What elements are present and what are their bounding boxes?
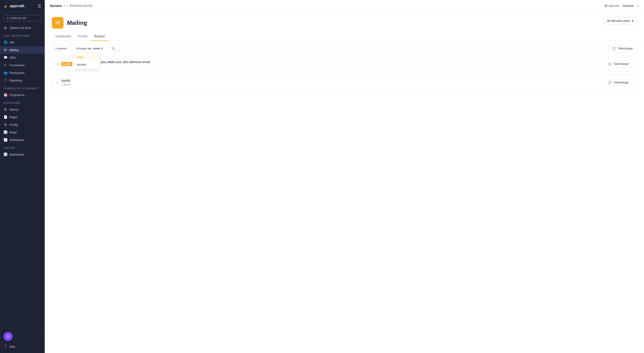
sidebar-item-site[interactable]: 🌐 Site	[0, 39, 45, 46]
access-site-button[interactable]: ⊙ Accès au site	[4, 15, 41, 21]
search-button[interactable]: 🔍	[109, 44, 117, 52]
group-by-label: Grouper par	[76, 47, 92, 50]
error-row-1-title: typofix	[61, 79, 601, 82]
globe-icon: 🌐	[4, 41, 7, 44]
sidebar-item-mailing[interactable]: ✉ Mailing	[0, 46, 45, 54]
logo-text: appcraft.	[10, 4, 25, 8]
error-row-1-download-label: Télécharger	[613, 81, 629, 84]
user-chevron-icon: ▾	[637, 4, 639, 8]
error-row-0-info: Ce domaine n'est pas valide pour des adr…	[76, 60, 601, 68]
sidebar-item-tableau-de-bord[interactable]: ⊞ Tableau De Bord	[0, 24, 45, 32]
error-row-1-expand-icon[interactable]: ›	[56, 81, 58, 85]
section-label-webapp: WEB APP	[0, 144, 45, 151]
sidebar-item-sms[interactable]: 💬 SMS	[0, 54, 45, 61]
pages-icon: 📄	[4, 115, 7, 119]
error-row-0-title: Ce domaine n'est pas valide pour des adr…	[76, 60, 601, 64]
date-filter-label: 30 derniers jours	[607, 19, 630, 23]
group-by-dropdown-container: Grouper par error ▾ error domain	[73, 45, 106, 52]
error-row-0-badge: No MX	[61, 62, 72, 66]
regie-icon: 📊	[4, 130, 7, 134]
sidebar-item-regie[interactable]: 📊 Régie	[0, 128, 45, 136]
date-filter-button[interactable]: 30 derniers jours ▾	[604, 17, 637, 25]
download-all-label: Télécharger	[618, 47, 633, 50]
sidebar-item-participants[interactable]: 👥 Participants	[0, 69, 45, 77]
error-row-0: › No MX Ce domaine n'est pas valide pour…	[52, 56, 637, 72]
page-title-row: ✉ Mailing	[52, 17, 87, 29]
sidebar-item-config[interactable]: ⚙ Config	[0, 121, 45, 128]
sms-icon: 💬	[4, 56, 7, 59]
content-area: ✉ Mailing 30 derniers jours ▾ Dashboard …	[45, 12, 644, 353]
avatar: D	[4, 332, 12, 341]
sidebar-bottom: D ❓ Aide	[0, 329, 45, 353]
error-row-1-download-button[interactable]: 📋 Télécharger	[605, 79, 632, 86]
sidebar-item-apercu[interactable]: 🖥 Aperçu	[0, 106, 45, 113]
mail-icon: ✉	[4, 48, 7, 52]
mail-page-icon: ✉	[56, 20, 60, 26]
error-row-1-download-icon: 📋	[608, 81, 612, 84]
page-title: Mailing	[67, 20, 87, 27]
page-header: ✉ Mailing 30 derniers jours ▾	[45, 12, 644, 29]
group-by-chevron-icon: ▾	[101, 47, 103, 50]
stats-icon: 📈	[4, 138, 7, 142]
sidebar-item-aide[interactable]: ❓ Aide	[0, 343, 45, 350]
logo-icon: ▲	[4, 4, 8, 9]
sidebar-item-reporting[interactable]: ⬡ Reporting	[0, 77, 45, 84]
group-by-value: error	[93, 47, 100, 50]
error-row-0-download-label: Télécharger	[613, 62, 629, 66]
error-count-badge: 2 erreurs	[52, 45, 70, 52]
dropdown-option-error[interactable]: error	[73, 54, 100, 61]
grid-icon: ⊞	[604, 4, 607, 8]
topbar-left: Doriane ▾ # IPtoODQLktuhOd	[50, 4, 92, 8]
page-tabs: Dashboard Envois Erreurs	[45, 32, 644, 41]
tab-erreurs[interactable]: Erreurs	[91, 32, 108, 41]
dropdown-option-domain[interactable]: domain	[73, 61, 100, 68]
dashboard-icon: ⊞	[4, 26, 7, 30]
topbar: Doriane ▾ # IPtoODQLktuhOd ⊞ appcraft Do…	[45, 0, 644, 12]
hash-icon: #	[67, 4, 68, 8]
reporting-icon: ⬡	[4, 79, 7, 82]
sidebar-item-webapp-statistiques[interactable]: 📊 Statistiques	[0, 151, 45, 158]
sidebar-item-statistiques[interactable]: 📈 Statistiques	[0, 136, 45, 144]
calendar-icon: 📅	[4, 93, 7, 97]
section-label-plateforme: PLATEFORME	[0, 99, 45, 106]
page-icon: ✉	[52, 17, 64, 29]
tab-dashboard[interactable]: Dashboard	[52, 32, 74, 41]
error-row-0-download-button[interactable]: 📋 Télécharger	[605, 61, 632, 67]
sidebar-item-pages[interactable]: 📄 Pages	[0, 113, 45, 121]
sidebar-item-formulaires[interactable]: ✏ Formulaires	[0, 61, 45, 69]
toolbar: 2 erreurs Grouper par error ▾ error doma…	[45, 41, 644, 56]
user-name: Doriane	[623, 4, 634, 8]
date-filter-chevron-icon: ▾	[632, 19, 634, 23]
error-row-1: › typofix 1 errors 📋 Télécharger	[52, 75, 637, 90]
workspace-name: Doriane	[50, 4, 62, 8]
tab-envois[interactable]: Envois	[74, 32, 91, 41]
webapp-stats-icon: 📊	[4, 153, 7, 156]
download-all-button[interactable]: 📋 Télécharger	[608, 45, 637, 52]
error-list: › No MX Ce domaine n'est pas valide pour…	[45, 56, 644, 93]
appcraft-label: appcraft	[609, 4, 619, 8]
group-by-button[interactable]: Grouper par error ▾	[73, 45, 106, 52]
error-row-1-count: 1 errors	[61, 83, 601, 86]
project-badge: # IPtoODQLktuhOd	[67, 4, 92, 8]
forms-icon: ✏	[4, 63, 7, 67]
help-icon: ❓	[4, 345, 7, 348]
download-all-icon: 📋	[612, 47, 616, 50]
section-label-crm: CRM / INSCRIPTIONS	[0, 32, 45, 39]
workspace-chevron-icon: ▾	[64, 4, 65, 8]
topbar-right: ⊞ appcraft Doriane ▾	[604, 4, 639, 8]
search-icon: 🔍	[111, 47, 115, 50]
sidebar-item-programme[interactable]: 📅 Programme	[0, 91, 45, 99]
toolbar-right: 📋 Télécharger	[608, 45, 637, 52]
sidebar-logo-area: ▲ appcraft. ☰	[0, 0, 45, 12]
access-site-icon: ⊙	[6, 17, 9, 20]
section-label-event-data: DONNÉES DE L'ÉVÉNEMENT	[0, 84, 45, 91]
sidebar: ▲ appcraft. ☰ ⊙ Accès au site ⊞ Tableau …	[0, 0, 45, 353]
main-area: Doriane ▾ # IPtoODQLktuhOd ⊞ appcraft Do…	[45, 0, 644, 353]
error-row-0-expand-icon[interactable]: ›	[56, 62, 58, 66]
hamburger-icon[interactable]: ☰	[38, 4, 41, 9]
config-icon: ⚙	[4, 123, 7, 126]
appcraft-link[interactable]: ⊞ appcraft	[604, 4, 619, 8]
error-row-0-count: 1 errors	[76, 65, 601, 68]
project-id: IPtoODQLktuhOd	[70, 4, 92, 8]
participants-icon: 👥	[4, 71, 7, 75]
